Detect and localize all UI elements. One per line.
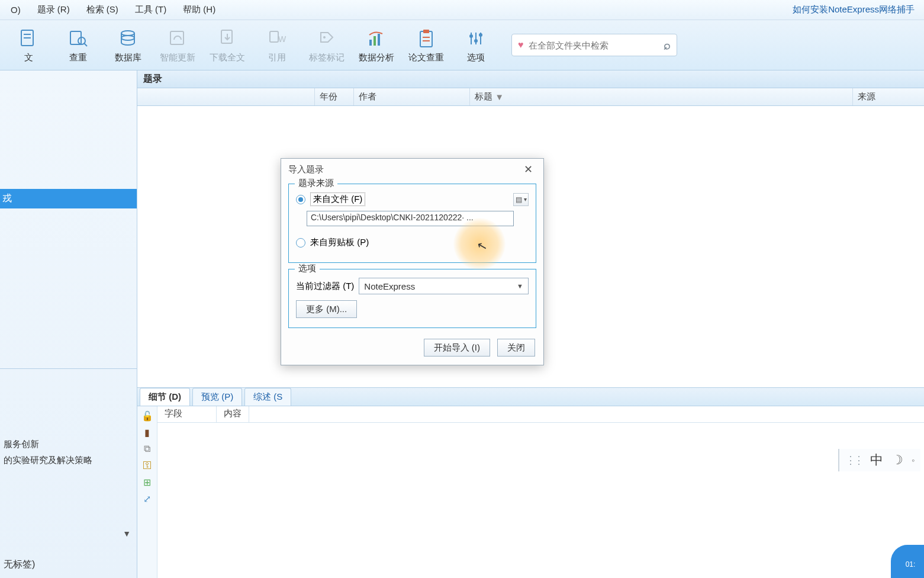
tool-label: 智能更新	[160, 52, 195, 63]
file-path-input[interactable]: C:\Users\pipi\Desktop\CNKI-2021120222· .…	[307, 211, 514, 226]
tool-label: 查重	[69, 52, 87, 63]
options-legend: 选项	[295, 263, 320, 274]
col-blank[interactable]	[137, 88, 315, 105]
col-source[interactable]: 来源	[853, 88, 924, 105]
folder-tree[interactable]: 戎	[0, 70, 137, 368]
svg-text:W: W	[278, 34, 286, 44]
col-author[interactable]: 作者	[354, 88, 470, 105]
menu-item-tools[interactable]: 工具 (T)	[127, 2, 175, 18]
tool-label: 引用	[268, 52, 286, 63]
timestamp-badge: 01:	[891, 545, 924, 578]
key-icon[interactable]: ⚿	[140, 458, 154, 473]
expand-icon[interactable]: ⤢	[140, 492, 154, 506]
tool-database[interactable]: 数据库	[103, 21, 153, 69]
recent-line-1[interactable]: 服务创新	[0, 436, 137, 452]
bookshelf-icon[interactable]: ▮	[140, 425, 154, 439]
magnify-doc-icon	[67, 27, 89, 50]
global-search[interactable]: ♥ ⌕	[511, 34, 677, 56]
recent-line-2[interactable]: 的实验研究及解决策略	[0, 452, 137, 468]
svg-point-21	[469, 34, 473, 38]
svg-rect-17	[423, 30, 429, 33]
radio-from-file-label[interactable]: 来自文件 (F)	[310, 192, 365, 206]
radio-from-clipboard[interactable]	[296, 238, 305, 248]
svg-point-6	[121, 31, 134, 36]
svg-rect-15	[378, 34, 380, 46]
tool-downloadfull[interactable]: 下载全文	[202, 21, 252, 69]
detail-body: 🔓 ▮ ⧉ ⚿ ⊞ ⤢ 字段 内容	[137, 406, 924, 578]
tool-dupecheck[interactable]: 查重	[53, 21, 103, 69]
svg-rect-10	[270, 31, 278, 42]
filter-value: NoteExpress	[364, 281, 415, 291]
start-import-button[interactable]: 开始导入 (I)	[424, 339, 490, 357]
tool-cite[interactable]: W 引用	[252, 21, 302, 69]
tool-label: 选项	[467, 52, 485, 63]
records-title: 题录	[137, 70, 924, 88]
chevron-down-icon[interactable]: ▼	[0, 528, 137, 540]
svg-rect-16	[420, 31, 432, 47]
menu-item-record[interactable]: 题录 (R)	[29, 2, 78, 18]
sliders-icon	[465, 27, 487, 50]
menu-item-o[interactable]: O)	[2, 2, 29, 17]
tool-papercheck[interactable]: 论文查重	[401, 21, 451, 69]
options-fieldset: 选项 当前过滤器 (T) NoteExpress ▼ 更多 (M)...	[288, 269, 536, 328]
svg-point-23	[474, 39, 478, 43]
toolbar: 文 查重 数据库 智能更新 下载全文 W 引用 标签标记 数据分析 论文查重 选…	[0, 20, 924, 70]
tab-summary[interactable]: 综述 (S	[244, 388, 291, 406]
left-panel: 戎 服务创新 的实验研究及解决策略 ▼ 无标签)	[0, 70, 137, 578]
ime-extra-icon[interactable]: ◦	[912, 455, 915, 465]
detail-table: 字段 内容	[157, 406, 924, 578]
radio-from-file[interactable]	[296, 195, 305, 204]
download-icon	[216, 27, 239, 50]
install-help-link[interactable]: 如何安装NoteExpress网络捕手	[793, 4, 922, 15]
clipboard-icon	[415, 27, 437, 50]
svg-rect-13	[369, 40, 372, 46]
search-input[interactable]	[529, 40, 659, 50]
col-year[interactable]: 年份	[315, 88, 354, 105]
update-icon	[166, 27, 189, 50]
copy-icon[interactable]: ⧉	[140, 442, 154, 456]
tool-label: 文	[24, 52, 33, 63]
svg-rect-8	[170, 31, 183, 44]
tool-label: 数据库	[115, 52, 141, 63]
tool-label: 论文查重	[408, 52, 444, 63]
svg-line-5	[84, 43, 87, 46]
tag-untagged[interactable]: 无标签)	[0, 554, 137, 576]
doc-icon	[17, 27, 40, 50]
moon-icon[interactable]: ☽	[891, 452, 903, 468]
tab-preview[interactable]: 预览 (P)	[192, 388, 242, 406]
menu-item-search[interactable]: 检索 (S)	[78, 2, 127, 18]
tool-smartupdate[interactable]: 智能更新	[153, 21, 202, 69]
detail-tabs: 细节 (D) 预览 (P) 综述 (S	[137, 387, 924, 406]
svg-point-25	[479, 33, 482, 37]
ime-bar[interactable]: ⋮⋮ 中 ☽ ◦	[838, 449, 920, 471]
menu-item-help[interactable]: 帮助 (H)	[175, 2, 224, 18]
close-button[interactable]: 关闭	[497, 339, 535, 357]
search-icon[interactable]: ⌕	[664, 38, 671, 52]
tool-analyze[interactable]: 数据分析	[352, 21, 401, 69]
tool-doc[interactable]: 文	[4, 21, 53, 69]
sort-arrow-icon: ▼	[495, 92, 504, 102]
more-button[interactable]: 更多 (M)...	[296, 300, 357, 318]
ime-grip-icon: ⋮⋮	[845, 454, 862, 467]
detail-col-content[interactable]: 内容	[217, 406, 249, 422]
radio-from-clipboard-label[interactable]: 来自剪贴板 (P)	[310, 237, 369, 248]
source-fieldset: 题录来源 来自文件 (F) ▤ C:\Users\pipi\Desktop\CN…	[288, 184, 536, 263]
close-icon[interactable]: ✕	[520, 162, 536, 177]
filter-combo[interactable]: NoteExpress ▼	[359, 278, 529, 294]
grid-icon[interactable]: ⊞	[140, 475, 154, 489]
selected-folder[interactable]: 戎	[0, 189, 137, 208]
source-legend: 题录来源	[295, 178, 337, 189]
col-title[interactable]: 标题 ▼	[470, 88, 853, 105]
tab-detail[interactable]: 细节 (D)	[140, 388, 190, 406]
ime-lang[interactable]: 中	[870, 451, 883, 469]
source-options-button[interactable]: ▤	[513, 193, 529, 206]
left-bottom-panel: 服务创新 的实验研究及解决策略 ▼ 无标签)	[0, 368, 137, 578]
tool-tagmark[interactable]: 标签标记	[302, 21, 352, 69]
svg-point-12	[323, 36, 326, 38]
lock-icon[interactable]: 🔓	[140, 409, 154, 423]
tool-options[interactable]: 选项	[451, 21, 501, 69]
tool-label: 下载全文	[210, 52, 245, 63]
detail-side-icons: 🔓 ▮ ⧉ ⚿ ⊞ ⤢	[137, 406, 157, 578]
svg-point-7	[121, 36, 134, 40]
detail-col-field[interactable]: 字段	[157, 406, 217, 422]
